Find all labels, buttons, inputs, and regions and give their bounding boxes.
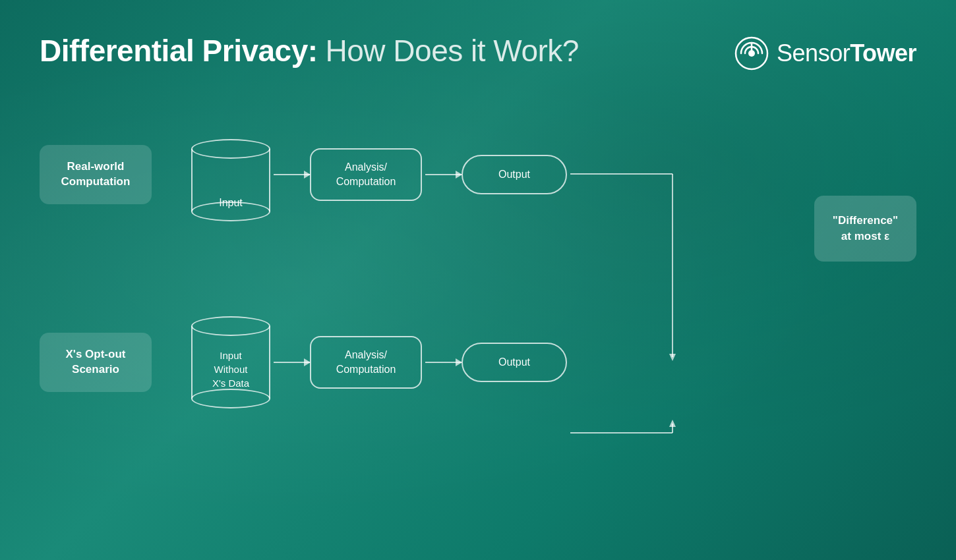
row2-arrow2 (425, 362, 462, 363)
row2-label-box: X's Opt-out Scenario (40, 333, 152, 392)
svg-point-1 (748, 50, 755, 57)
row2: X's Opt-out Scenario Input Without X's D… (40, 291, 916, 433)
row1-label-text: Real-world Computation (61, 159, 131, 190)
row1-cylinder: Input (188, 139, 274, 210)
row1-output-text: Output (498, 169, 530, 181)
row2-analysis-box: Analysis/ Computation (310, 336, 425, 389)
row1: Real-world Computation Input (40, 110, 916, 238)
cylinder2-body (191, 326, 270, 399)
row1-arrow1-line (274, 174, 310, 175)
row1-arrow2 (425, 174, 462, 175)
row2-cylinder: Input Without X's Data (188, 316, 274, 408)
logo-text: SensorTower (777, 40, 916, 67)
page-container: Differential Privacy: How Does it Work? … (0, 0, 956, 560)
header: Differential Privacy: How Does it Work? … (40, 33, 916, 70)
row2-output-box: Output (462, 343, 570, 382)
row1-label-box: Real-world Computation (40, 145, 152, 204)
diagram-container: Real-world Computation Input (40, 110, 916, 433)
row1-cylinder-label: Input (219, 196, 243, 210)
row2-analysis-text: Analysis/ Computation (336, 348, 396, 376)
row2-arrow1-line (274, 362, 310, 363)
row2-arrow1 (274, 362, 310, 363)
diff-box-text: "Difference" at most ε (833, 213, 898, 244)
logo: SensorTower (734, 36, 916, 70)
cylinder2-bottom (191, 389, 270, 408)
row1-analysis-text: Analysis/ Computation (336, 160, 396, 188)
row1-arrow1 (274, 174, 310, 175)
diff-box: "Difference" at most ε (814, 196, 916, 262)
row1-output-box: Output (462, 155, 570, 194)
row1-analysis-box: Analysis/ Computation (310, 148, 425, 201)
diff-box-container: "Difference" at most ε (814, 196, 916, 262)
title-light: How Does it Work? (326, 33, 579, 69)
row2-label-text: X's Opt-out Scenario (66, 347, 126, 378)
title-block: Differential Privacy: How Does it Work? (40, 33, 579, 69)
row2-arrow2-line (425, 362, 462, 363)
sensortower-logo-icon (734, 36, 769, 70)
title-bold: Differential Privacy: (40, 33, 318, 69)
row1-arrow2-line (425, 174, 462, 175)
row2-output-text: Output (498, 356, 530, 368)
row-spacer (40, 238, 916, 291)
